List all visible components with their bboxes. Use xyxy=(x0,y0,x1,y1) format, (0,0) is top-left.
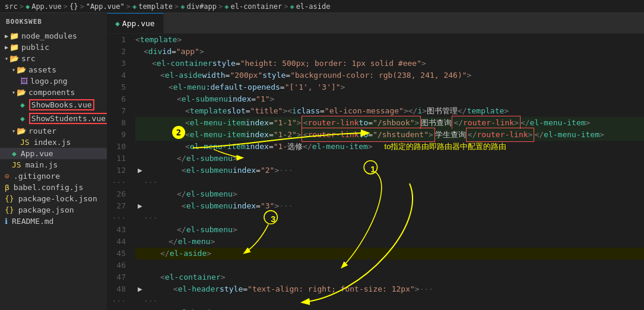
sidebar-item-assets[interactable]: ▾ 📂 assets xyxy=(0,64,107,75)
sidebar-label-appvue: App.vue xyxy=(21,149,53,158)
sidebar-label-showbooks: ShowBooks.vue xyxy=(29,99,94,110)
sidebar-item-node_modules[interactable]: ▶ 📁 node_modules xyxy=(0,30,107,42)
tab-label-appvue: App.vue xyxy=(122,19,155,28)
sep2: > xyxy=(64,2,68,11)
sep3: > xyxy=(80,2,84,11)
sidebar-label-assets: assets xyxy=(28,65,56,74)
breadcrumb-elcontainer: el-container xyxy=(230,2,282,11)
json-file-icon: {} xyxy=(5,205,14,214)
sidebar-item-router[interactable]: ▾ 📂 router xyxy=(0,125,107,137)
sidebar-item-logo[interactable]: 🖼 logo.png xyxy=(0,75,107,87)
tab-bar: ◆ App.vue xyxy=(107,13,644,34)
git-file-icon: ⊙ xyxy=(5,172,9,181)
info-file-icon: ℹ xyxy=(5,217,8,226)
code-line-7: <template slot="title" ><i class="el-ico… xyxy=(135,105,644,117)
sidebar-item-gitignore[interactable]: ⊙ .gitignore xyxy=(0,170,107,182)
breadcrumb-appvue: "App.vue" xyxy=(86,2,125,11)
code-line-5: <el-menu :default-openeds="['1', '3']" > xyxy=(135,81,644,93)
chevron-down-icon: ▾ xyxy=(12,89,15,96)
breadcrumb-src: src xyxy=(5,2,18,11)
breadcrumb-elcontainer-icon: ◈ xyxy=(224,2,229,11)
js-file-icon: JS xyxy=(12,160,21,169)
code-line-4: <el-aside width="200px" style="backgroun… xyxy=(135,69,644,81)
vue-file-icon: ◆ xyxy=(12,149,17,158)
annotation-tooltip: to指定的路由即路由器中配置的路由 xyxy=(385,141,507,153)
breadcrumb-obj: {} xyxy=(69,2,78,11)
code-line-27: ▶ <el-submenu index="3" > ··· xyxy=(135,200,644,212)
sep5: > xyxy=(175,2,179,11)
file-explorer: BOOKSWEB ▶ 📁 node_modules ▶ 📁 public ▾ 📂… xyxy=(0,13,107,310)
json-file-icon: {} xyxy=(5,194,14,203)
code-line-skip2: ··· xyxy=(135,212,644,224)
code-line-26: </el-submenu> xyxy=(135,188,644,200)
sidebar-item-indexjs[interactable]: JS index.js xyxy=(0,137,107,148)
sidebar-item-readme[interactable]: ℹ README.md xyxy=(0,216,107,227)
sidebar-label-mainjs: main.js xyxy=(26,160,58,169)
sep1: > xyxy=(20,2,24,11)
code-line-45: </el-aside> xyxy=(135,248,644,260)
breadcrumb-file-icon: ◆ xyxy=(26,2,30,11)
breadcrumb-file: App.vue xyxy=(31,2,62,11)
code-line-1: <template> xyxy=(135,34,644,46)
folder-open-icon: 📂 xyxy=(17,126,26,135)
chevron-down-icon: ▾ xyxy=(12,128,15,134)
line-numbers: 12345 678910 1112··· 2627··· 43444546 47… xyxy=(107,34,131,310)
code-editor[interactable]: 12345 678910 1112··· 2627··· 43444546 47… xyxy=(107,34,644,310)
vue-file-icon: ◆ xyxy=(20,100,25,109)
code-line-skip1: ··· xyxy=(135,176,644,188)
sidebar-label-public: public xyxy=(21,43,49,52)
code-line-48: ▶ <el-header style="text-align: right; f… xyxy=(135,283,644,295)
code-lines: <template> <div id="app" > <el-container… xyxy=(131,34,644,310)
breadcrumb-elaside: el-aside xyxy=(296,2,331,11)
code-line-8: <el-menu-item index="1-1" > <router-link… xyxy=(135,117,644,129)
sidebar-label-components: components xyxy=(28,88,75,97)
breadcrumb-elaside-icon: ◈ xyxy=(290,2,294,11)
sep7: > xyxy=(284,2,288,11)
explorer-title: BOOKSWEB xyxy=(0,13,107,30)
sidebar-label-router: router xyxy=(28,126,56,135)
sidebar-label-gitignore: .gitignore xyxy=(14,172,60,181)
code-line-46 xyxy=(135,260,644,271)
sep4: > xyxy=(126,2,131,11)
code-line-9: <el-menu-item index="1-2" > <router-link… xyxy=(135,129,644,141)
sidebar-item-showstudents[interactable]: ◆ ShowStudents.vue xyxy=(0,112,107,125)
code-line-58: </el-header> xyxy=(135,307,644,310)
sidebar-label-babel: babel.config.js xyxy=(14,183,83,192)
sidebar-label-node_modules: node_modules xyxy=(21,31,77,40)
chevron-right-icon: ▶ xyxy=(5,33,8,39)
chevron-down-icon: ▾ xyxy=(12,67,15,73)
folder-icon: 📁 xyxy=(9,31,19,40)
sidebar-label-logo: logo.png xyxy=(30,77,68,86)
code-line-44: </el-menu> xyxy=(135,236,644,248)
sidebar-label-showstudents: ShowStudents.vue xyxy=(29,113,107,124)
sidebar-label-pkglock: package-lock.json xyxy=(18,194,97,203)
sidebar-item-components[interactable]: ▾ 📂 components xyxy=(0,87,107,98)
code-line-6: <el-submenu index="1" > xyxy=(135,93,644,105)
vue-icon: ◆ xyxy=(115,19,120,28)
sidebar-item-public[interactable]: ▶ 📁 public xyxy=(0,42,107,53)
sidebar-item-pkglock[interactable]: {} package-lock.json xyxy=(0,193,107,204)
sidebar-item-pkg[interactable]: {} package.json xyxy=(0,204,107,216)
sidebar-label-src: src xyxy=(21,54,35,63)
sep6: > xyxy=(218,2,223,11)
png-file-icon: 🖼 xyxy=(20,77,28,86)
sidebar-item-babel[interactable]: β babel.config.js xyxy=(0,182,107,193)
sidebar-label-indexjs: index.js xyxy=(34,138,71,147)
babel-file-icon: β xyxy=(5,183,9,192)
folder-open-icon: 📂 xyxy=(17,88,26,97)
folder-icon: 📁 xyxy=(9,43,19,52)
code-line-47: <el-container> xyxy=(135,271,644,283)
code-line-skip3: ··· xyxy=(135,295,644,307)
breadcrumb-template: template xyxy=(138,2,173,11)
sidebar-item-src[interactable]: ▾ 📂 src xyxy=(0,53,107,64)
tab-appvue[interactable]: ◆ App.vue xyxy=(107,13,164,33)
code-line-10: <el-menu-item index="1- 选修 </el-menu-ite… xyxy=(135,141,644,153)
sidebar-label-pkg: package.json xyxy=(18,205,74,214)
editor-wrapper: ◆ App.vue 12345 678910 1112··· 2627··· 4… xyxy=(107,13,644,310)
sidebar-item-mainjs[interactable]: JS main.js xyxy=(0,159,107,170)
sidebar-item-appvue[interactable]: ◆ App.vue xyxy=(0,148,107,159)
breadcrumb-bar: src > ◆ App.vue > {} > "App.vue" > ◈ tem… xyxy=(0,0,644,13)
folder-open-icon: 📂 xyxy=(9,54,19,63)
chevron-right-icon: ▶ xyxy=(5,44,8,50)
sidebar-item-showbooks[interactable]: ◆ ShowBooks.vue xyxy=(0,98,107,112)
